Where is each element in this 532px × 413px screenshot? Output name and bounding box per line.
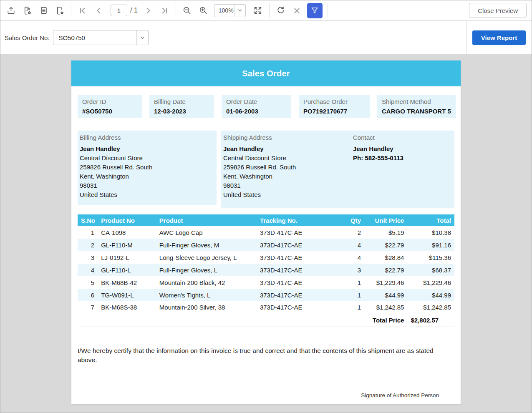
export-settings-icon <box>23 6 32 15</box>
table-cell: 5 <box>78 276 98 289</box>
table-cell: $28.84 <box>364 251 407 264</box>
table-cell: 6 <box>78 289 98 301</box>
column-header: Product <box>156 214 257 226</box>
table-row: 5 BK-M68B-42 Mountain-200 Black, 42 373D… <box>78 276 454 289</box>
table-cell: GL-F110-M <box>98 239 156 251</box>
sales-order-no-label: Sales Order No: <box>5 34 50 41</box>
fit-to-page-icon <box>253 6 262 15</box>
table-cell: $10.38 <box>407 226 454 239</box>
table-cell: Mountain-200 Silver, 38 <box>156 301 257 314</box>
export-settings-button[interactable] <box>19 2 35 19</box>
view-report-button[interactable]: View Report <box>472 30 526 45</box>
table-cell: $1,242.85 <box>407 301 454 314</box>
shipping-line: United States <box>223 190 353 199</box>
table-cell: $1,229.46 <box>407 276 454 289</box>
table-cell: AWC Logo Cap <box>156 226 257 239</box>
close-preview-button[interactable]: Close Preview <box>469 3 527 18</box>
column-header: Qty <box>347 214 364 226</box>
table-row: 6 TG-W091-L Women's Tights, L 373D-417C-… <box>78 289 454 301</box>
parameter-input-area: Sales Order No: SO50750 <box>0 21 466 54</box>
chevron-down-icon <box>234 5 245 17</box>
refresh-icon <box>276 6 285 15</box>
table-cell: Women's Tights, L <box>156 289 257 301</box>
report-preview-area[interactable]: Sales Order Order ID #SO50750 Billing Da… <box>0 55 532 413</box>
table-cell: $91.16 <box>407 239 454 251</box>
table-row: 2 GL-F110-M Full-Finger Gloves, M 373D-4… <box>78 239 454 251</box>
order-id-card: Order ID #SO50750 <box>78 95 142 118</box>
refresh-button[interactable] <box>272 2 289 19</box>
billing-date-card: Billing Date 12-03-2023 <box>149 95 214 118</box>
filter-parameters-button[interactable] <box>307 3 323 18</box>
info-card-value: 01-06-2003 <box>226 108 287 115</box>
report-body: Order ID #SO50750 Billing Date 12-03-202… <box>71 86 461 404</box>
table-cell: 373D-417C-AE <box>257 276 347 289</box>
table-cell: 1 <box>347 289 364 301</box>
fit-to-page-button[interactable] <box>250 2 266 19</box>
table-cell: $22.79 <box>364 264 407 276</box>
next-page-button[interactable] <box>140 2 156 19</box>
page-number-input[interactable] <box>111 5 127 16</box>
table-cell: 2 <box>347 226 364 239</box>
view-report-area: View Report <box>466 21 532 54</box>
billing-address-label: Billing Address <box>80 134 212 141</box>
table-row: 4 GL-F110-L Full-Finger Gloves, L 373D-4… <box>78 264 454 276</box>
page-total-label: / 1 <box>130 7 138 14</box>
contact-column: Contact Jean Handley Ph: 582-555-0113 <box>353 134 454 199</box>
shipping-line: 259826 Russell Rd. South <box>223 163 353 172</box>
zoom-level-select[interactable]: 100% <box>214 4 246 17</box>
table-cell: 4 <box>78 264 98 276</box>
sales-order-no-value: SO50750 <box>53 34 136 41</box>
previous-page-button[interactable] <box>91 2 107 19</box>
table-cell: 373D-417C-AE <box>257 264 347 276</box>
table-cell: Full-Finger Gloves, M <box>156 239 257 251</box>
column-header: Total <box>407 214 454 226</box>
report-title-band: Sales Order <box>71 60 461 86</box>
signature-label: Signature of Authorized Person <box>361 392 454 404</box>
report-page: Sales Order Order ID #SO50750 Billing Da… <box>71 60 461 404</box>
table-cell: Full-Finger Gloves, L <box>156 264 257 276</box>
chevron-down-icon <box>136 30 148 45</box>
table-cell: $44.99 <box>364 289 407 301</box>
shipment-method-card: Shipment Method CARGO TRANSPORT 5 <box>377 95 456 118</box>
cancel-button[interactable] <box>289 2 305 19</box>
table-cell: BK-M68S-38 <box>98 301 156 314</box>
table-cell: $5.19 <box>364 226 407 239</box>
certification-text: I/We hereby certify that the information… <box>78 346 445 365</box>
zoom-level-value: 100% <box>214 7 234 14</box>
zoom-in-button[interactable] <box>195 2 212 19</box>
table-cell: GL-F110-L <box>98 264 156 276</box>
first-page-button[interactable] <box>74 2 91 19</box>
page-setup-button[interactable] <box>52 2 68 19</box>
table-cell: 7 <box>78 301 98 314</box>
addresses-section: Billing Address Jean Handley Central Dis… <box>78 131 454 208</box>
table-cell: 4 <box>347 251 364 264</box>
shipping-line: Kent, Washington <box>223 172 353 181</box>
order-date-card: Order Date 01-06-2003 <box>222 95 291 118</box>
export-button[interactable] <box>3 2 19 19</box>
filter-icon <box>310 6 319 15</box>
info-card-value: PO7192170677 <box>303 108 365 115</box>
table-header-row: S.No Product No Product Tracking No. Qty… <box>78 214 454 226</box>
zoom-out-button[interactable] <box>179 2 195 19</box>
table-row: 3 LJ-0192-L Long-Sleeve Logo Jersey, L 3… <box>78 251 454 264</box>
contact-label: Contact <box>353 134 454 141</box>
shipping-address-label: Shipping Address <box>223 134 353 141</box>
sales-order-no-select[interactable]: SO50750 <box>53 30 149 45</box>
table-cell: $68.37 <box>407 264 454 276</box>
table-cell: 373D-417C-AE <box>257 289 347 301</box>
last-page-button[interactable] <box>156 2 173 19</box>
table-cell: 4 <box>347 239 364 251</box>
table-row: 1 CA-1098 AWC Logo Cap 373D-417C-AE 2 $5… <box>78 226 454 239</box>
total-row: Total Price $2,802.57 <box>78 314 454 327</box>
info-card-value: #SO50750 <box>82 108 137 115</box>
last-page-icon <box>160 6 169 15</box>
table-cell: 1 <box>347 276 364 289</box>
table-cell: $115.36 <box>407 251 454 264</box>
page-setup-icon <box>55 6 65 15</box>
shipping-line: Central Discount Store <box>223 154 353 163</box>
cancel-icon <box>292 6 301 15</box>
column-header: S.No <box>78 214 98 226</box>
billing-line: 98031 <box>80 181 212 190</box>
toolbar-divider <box>328 3 328 18</box>
print-layout-button[interactable] <box>35 2 52 19</box>
